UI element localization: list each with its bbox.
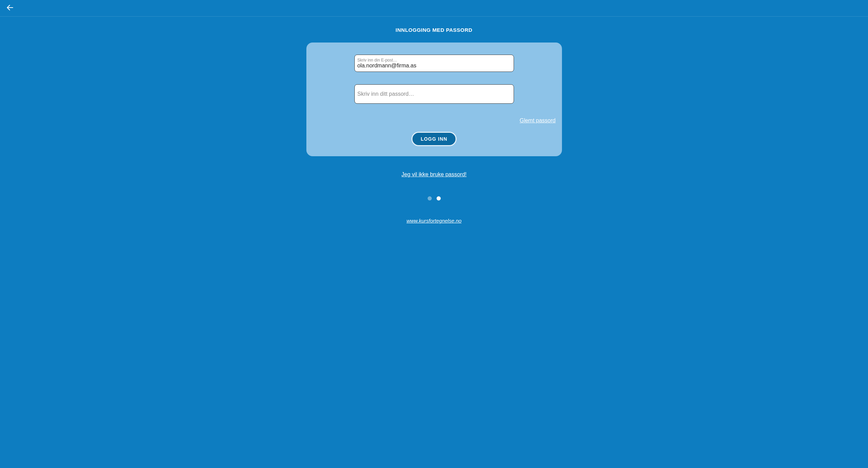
login-button[interactable]: LOGG INN: [412, 132, 456, 146]
footer-link[interactable]: www.kursfortegnelse.no: [407, 218, 461, 224]
back-button[interactable]: [5, 3, 15, 13]
password-input-wrapper[interactable]: [354, 84, 514, 104]
main-content: INNLOGGING MED PASSORD Skriv inn din E-p…: [0, 17, 868, 224]
email-field[interactable]: [357, 63, 511, 69]
pagination-dot-1[interactable]: [437, 196, 441, 200]
password-field[interactable]: [357, 91, 511, 97]
pagination-dots: [428, 196, 441, 200]
forgot-password-link[interactable]: Glemt passord: [519, 118, 555, 124]
header-bar: [0, 0, 868, 17]
pagination-dot-0[interactable]: [428, 196, 432, 200]
arrow-left-icon: [6, 3, 14, 13]
no-password-link[interactable]: Jeg vil ikke bruke passord!: [401, 171, 467, 178]
forgot-row: Glemt passord: [313, 118, 556, 124]
email-input-wrapper[interactable]: Skriv inn din E-post…: [354, 55, 514, 72]
page-title: INNLOGGING MED PASSORD: [395, 27, 472, 33]
email-label: Skriv inn din E-post…: [357, 58, 511, 63]
login-card: Skriv inn din E-post… Glemt passord LOGG…: [306, 43, 562, 156]
